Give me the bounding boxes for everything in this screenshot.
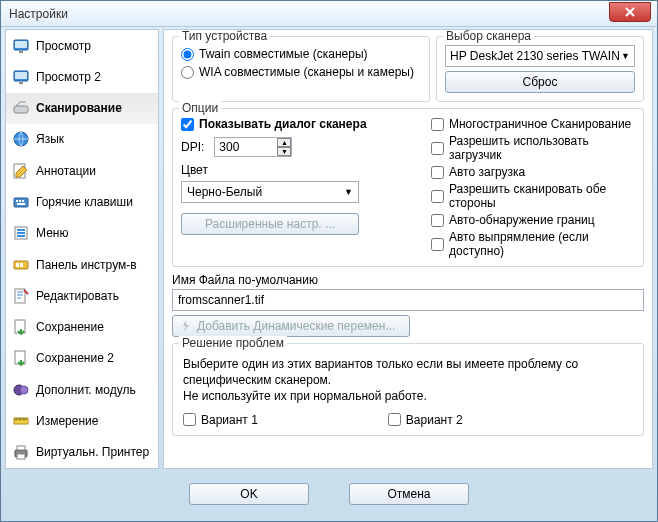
svg-rect-19: [16, 263, 19, 267]
chk-multipage-label: Многостраничное Сканирование: [449, 117, 631, 131]
legend-scanner: Выбор сканера: [443, 29, 534, 43]
sidebar-item-language[interactable]: Язык: [6, 124, 158, 155]
scanner-dropdown[interactable]: HP DeskJet 2130 series TWAIN ▼: [445, 45, 635, 67]
group-device-type: Тип устройства Twain совместимые (сканер…: [172, 36, 430, 102]
radio-wia[interactable]: [181, 66, 194, 79]
svg-rect-12: [22, 200, 24, 202]
chk-variant1[interactable]: [183, 413, 196, 426]
group-options: Опции Показывать диалог сканера DPI: ▲▼: [172, 108, 644, 267]
chevron-down-icon: ▼: [621, 51, 630, 61]
chk-autoload-label: Авто загрузка: [449, 165, 525, 179]
svg-rect-11: [19, 200, 21, 202]
sidebar-label: Просмотр 2: [36, 70, 101, 84]
sidebar-item-save2[interactable]: Сохранение 2: [6, 343, 158, 374]
keyboard-icon: [12, 193, 30, 211]
sidebar-item-save[interactable]: Сохранение: [6, 312, 158, 343]
scanner-selected: HP DeskJet 2130 series TWAIN: [450, 49, 620, 63]
svg-rect-5: [19, 82, 23, 84]
radio-wia-row[interactable]: WIA совместимые (сканеры и камеры): [181, 65, 421, 79]
sidebar-label: Сохранение: [36, 320, 104, 334]
footer: OK Отмена: [1, 471, 657, 517]
sidebar-item-plugin[interactable]: Дополнит. модуль: [6, 374, 158, 405]
chevron-down-icon: ▼: [344, 187, 353, 197]
chk-multipage[interactable]: [431, 118, 444, 131]
color-selected: Черно-Белый: [187, 185, 262, 199]
dynamic-vars-label: Добавить Динамические перемен...: [197, 319, 395, 333]
svg-rect-1: [15, 41, 27, 48]
sidebar-label: Просмотр: [36, 39, 91, 53]
sidebar-item-view2[interactable]: Просмотр 2: [6, 61, 158, 92]
sidebar-label: Сканирование: [36, 101, 122, 115]
monitor-icon: [12, 68, 30, 86]
dynamic-vars-button[interactable]: Добавить Динамические перемен...: [172, 315, 410, 337]
chk-autoload-row[interactable]: Авто загрузка: [431, 165, 635, 179]
chevron-up-icon[interactable]: ▲: [277, 138, 291, 147]
close-button[interactable]: [609, 2, 651, 22]
sidebar-label: Сохранение 2: [36, 351, 114, 365]
sidebar-item-menu[interactable]: Меню: [6, 218, 158, 249]
sidebar-label: Виртуальн. Принтер: [36, 445, 149, 459]
chk-variant2[interactable]: [388, 413, 401, 426]
color-dropdown[interactable]: Черно-Белый ▼: [181, 181, 359, 203]
sidebar-item-edit[interactable]: Редактировать: [6, 280, 158, 311]
sidebar-item-view[interactable]: Просмотр: [6, 30, 158, 61]
advanced-settings-button[interactable]: Расширенные настр. ...: [181, 213, 359, 235]
scanner-icon: [12, 99, 30, 117]
chevron-down-icon[interactable]: ▼: [277, 147, 291, 156]
ok-label: OK: [240, 487, 257, 501]
svg-rect-2: [19, 51, 23, 53]
chk-autoedge[interactable]: [431, 214, 444, 227]
toolbar-icon: [12, 256, 30, 274]
close-icon: [625, 7, 635, 17]
main-panel: Тип устройства Twain совместимые (сканер…: [163, 29, 653, 469]
chk-feeder[interactable]: [431, 142, 444, 155]
radio-twain[interactable]: [181, 48, 194, 61]
chk-bothsides-label: Разрешить сканировать обе стороны: [449, 182, 635, 210]
svg-rect-9: [14, 198, 28, 207]
pencil-icon: [12, 162, 30, 180]
sidebar-item-vprinter[interactable]: Виртуальн. Принтер: [6, 437, 158, 468]
chk-bothsides[interactable]: [431, 190, 444, 203]
reset-button[interactable]: Сброс: [445, 71, 635, 93]
chk-autodeskew-row[interactable]: Авто выпрямление (если доступно): [431, 230, 635, 258]
sidebar-item-hotkeys[interactable]: Горячие клавиши: [6, 186, 158, 217]
chk-variant2-row[interactable]: Вариант 2: [388, 413, 463, 427]
sidebar-label: Меню: [36, 226, 68, 240]
chk-autodeskew-label: Авто выпрямление (если доступно): [449, 230, 635, 258]
svg-rect-29: [17, 454, 25, 459]
sidebar-label: Редактировать: [36, 289, 119, 303]
sidebar-item-annotations[interactable]: Аннотации: [6, 155, 158, 186]
plugin-icon: [12, 381, 30, 399]
globe-icon: [12, 130, 30, 148]
svg-rect-15: [17, 229, 25, 231]
svg-point-25: [20, 386, 28, 394]
chk-variant1-row[interactable]: Вариант 1: [183, 413, 258, 427]
chk-autoedge-row[interactable]: Авто-обнаружение границ: [431, 213, 635, 227]
svg-rect-28: [17, 446, 25, 450]
sidebar-item-toolbar[interactable]: Панель инструм-в: [6, 249, 158, 280]
chk-feeder-row[interactable]: Разрешить использовать загрузчик: [431, 134, 635, 162]
dpi-spinner[interactable]: ▲▼: [277, 138, 291, 156]
chk-autodeskew[interactable]: [431, 238, 444, 251]
chk-variant2-label: Вариант 2: [406, 413, 463, 427]
chk-feeder-label: Разрешить использовать загрузчик: [449, 134, 635, 162]
menu-icon: [12, 224, 30, 242]
filename-input[interactable]: [172, 289, 644, 311]
chk-multipage-row[interactable]: Многостраничное Сканирование: [431, 117, 635, 131]
color-label: Цвет: [181, 163, 431, 177]
cancel-label: Отмена: [387, 487, 430, 501]
radio-twain-row[interactable]: Twain совместимые (сканеры): [181, 47, 421, 61]
chk-show-dialog-row[interactable]: Показывать диалог сканера: [181, 117, 431, 131]
group-scanner-select: Выбор сканера HP DeskJet 2130 series TWA…: [436, 36, 644, 102]
sidebar-item-measure[interactable]: Измерение: [6, 405, 158, 436]
group-troubleshoot: Решение проблем Выберите один из этих ва…: [172, 343, 644, 436]
chk-show-dialog[interactable]: [181, 118, 194, 131]
sidebar-label: Язык: [36, 132, 64, 146]
sidebar-item-scan[interactable]: Сканирование: [6, 93, 158, 124]
chk-show-dialog-label: Показывать диалог сканера: [199, 117, 367, 131]
svg-rect-6: [14, 106, 28, 113]
chk-autoload[interactable]: [431, 166, 444, 179]
ok-button[interactable]: OK: [189, 483, 309, 505]
cancel-button[interactable]: Отмена: [349, 483, 469, 505]
chk-bothsides-row[interactable]: Разрешить сканировать обе стороны: [431, 182, 635, 210]
